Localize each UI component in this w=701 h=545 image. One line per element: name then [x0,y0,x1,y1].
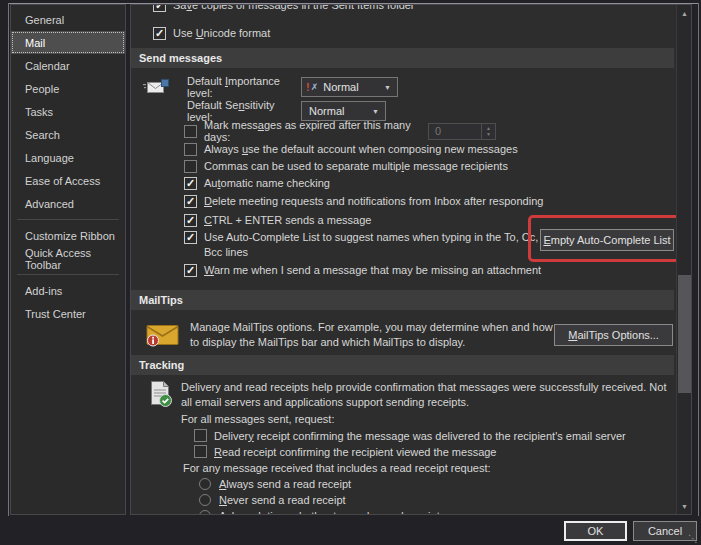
delivery-receipt-checkbox[interactable]: ✓ [194,429,207,442]
ask-each-time-radio[interactable] [199,510,211,516]
scrollbar[interactable]: ▲ ▼ [676,5,691,514]
checkbox-row-commas: ✓ Commas can be used to separate multipl… [184,158,673,174]
commas-checkbox[interactable]: ✓ [184,160,197,173]
sidebar-item-mail[interactable]: Mail [11,31,125,54]
sensitivity-dropdown[interactable]: Normal ▼ [301,101,386,121]
scrollbar-down-button[interactable]: ▼ [677,498,692,514]
sidebar-separator [17,274,119,275]
mailtips-envelope-icon [146,323,180,347]
dialog-frame-left [8,3,9,516]
chevron-down-icon: ▼ [382,84,393,91]
check-icon: ✓ [155,28,164,39]
check-icon: ✓ [186,232,195,243]
mailtips-description: Manage MailTips options. For example, yo… [190,320,554,350]
send-message-icon [143,79,169,95]
read-receipt-checkbox[interactable]: ✓ [194,445,207,458]
unicode-label: Use Unicode format [173,27,270,39]
commas-label: Commas can be used to separate multiple … [204,160,508,172]
sidebar-item-language[interactable]: Language [11,146,125,169]
save-copies-checkbox[interactable]: ✓ [153,4,166,12]
options-dialog: General Mail Calendar People Tasks Searc… [0,0,701,545]
mailtips-header: MailTips [131,290,674,310]
any-received-label-row: For any message received that includes a… [183,460,673,475]
sidebar-item-general[interactable]: General [11,8,125,31]
ok-button[interactable]: OK [564,521,627,541]
sidebar-item-search[interactable]: Search [11,123,125,146]
check-icon: ✓ [186,215,195,226]
send-messages-header: Send messages [131,48,674,68]
check-icon: ✓ [186,178,195,189]
importance-dropdown[interactable]: !✗ Normal ▼ [301,77,398,97]
sidebar-item-trust-center[interactable]: Trust Center [11,302,125,325]
checkbox-row-delete-meeting: ✓ Delete meeting requests and notificati… [184,193,673,209]
sidebar-item-quick-access-toolbar[interactable]: Quick Access Toolbar [11,247,125,270]
mailtips-options-button[interactable]: MailTips Options... [554,324,673,346]
default-account-checkbox[interactable]: ✓ [184,143,197,156]
checkbox-row-delivery-receipt: ✓ Delivery receipt confirming the messag… [194,428,673,443]
tracking-header: Tracking [131,355,674,375]
sidebar-item-advanced[interactable]: Advanced [11,192,125,215]
sidebar-item-add-ins[interactable]: Add-ins [11,279,125,302]
expired-days-spinner: 0 ▲ ▼ [428,123,496,140]
save-copies-label: Save copies of messages in the Sent Item… [173,4,415,11]
dialog-footer: OK Cancel ⋱ [0,517,701,545]
checkbox-row-save-copies: ✓ Save copies of messages in the Sent It… [153,4,673,14]
checkbox-row-unicode: ✓ Use Unicode format [153,24,673,42]
any-received-label: For any message received that includes a… [183,462,491,474]
sidebar-item-customize-ribbon[interactable]: Customize Ribbon [11,224,125,247]
mail-options-panel: ✓ Save copies of messages in the Sent It… [130,4,692,515]
importance-label: Default Importance level: [187,75,301,99]
high-importance-icon: ! [306,81,310,93]
warn-attachment-checkbox[interactable]: ✓ [184,264,197,277]
sidebar: General Mail Calendar People Tasks Searc… [10,4,126,515]
importance-icon: !✗ [306,81,318,93]
checkbox-row-ctrl-enter: ✓ CTRL + ENTER sends a message [184,212,673,228]
checkbox-row-read-receipt: ✓ Read receipt confirming the recipient … [194,444,673,459]
tracking-row: Delivery and read receipts help provide … [149,380,673,410]
mailtips-row: Manage MailTips options. For example, yo… [146,317,673,353]
unicode-checkbox[interactable]: ✓ [153,27,166,40]
default-account-label: Always use the default account when comp… [204,143,518,155]
checkbox-row-name-checking: ✓ Automatic name checking [184,175,673,191]
radio-row-always-send: Always send a read receipt [199,476,673,491]
all-sent-label: For all messages sent, request: [181,413,334,425]
chevron-down-icon: ▼ [370,108,381,115]
check-icon: ✓ [186,265,195,276]
scroll-up-icon: ▲ [681,10,688,17]
checkbox-row-expired: ✓ Mark messages as expired after this ma… [184,122,673,140]
sidebar-item-tasks[interactable]: Tasks [11,100,125,123]
spinner-value: 0 [429,125,481,137]
expired-label: Mark messages as expired after this many… [204,119,420,143]
low-importance-icon: ✗ [311,82,319,92]
ctrl-enter-label: CTRL + ENTER sends a message [204,214,371,226]
always-send-label: Always send a read receipt [219,478,351,490]
tracking-description: Delivery and read receipts help provide … [181,380,673,410]
radio-row-ask-each-time: Ask each time whether to send a read rec… [199,508,673,515]
name-checking-checkbox[interactable]: ✓ [184,177,197,190]
autocomplete-label: Use Auto-Complete List to suggest names … [204,230,576,260]
resize-grip[interactable]: ⋱ [688,533,698,544]
tracking-receipt-icon [149,380,173,408]
ctrl-enter-checkbox[interactable]: ✓ [184,214,197,227]
checkbox-row-warn-attachment: ✓ Warn me when I send a message that may… [184,262,673,278]
sensitivity-value: Normal [306,105,370,117]
sidebar-item-calendar[interactable]: Calendar [11,54,125,77]
empty-autocomplete-button[interactable]: Empty Auto-Complete List [540,229,674,251]
sidebar-item-people[interactable]: People [11,77,125,100]
all-sent-label-row: For all messages sent, request: [181,411,673,427]
spinner-down-icon: ▼ [486,131,491,137]
name-checking-label: Automatic name checking [204,177,330,189]
scrollbar-thumb[interactable] [678,275,691,393]
importance-value: Normal [320,81,382,93]
check-icon: ✓ [186,196,195,207]
scrollbar-up-button[interactable]: ▲ [677,5,692,21]
sidebar-item-ease-of-access[interactable]: Ease of Access [11,169,125,192]
delivery-receipt-label: Delivery receipt confirming the message … [214,430,626,442]
never-send-radio[interactable] [199,494,211,506]
expired-checkbox[interactable]: ✓ [184,125,197,138]
sidebar-separator [17,219,119,220]
radio-row-never-send: Never send a read receipt [199,492,673,507]
delete-meeting-checkbox[interactable]: ✓ [184,195,197,208]
autocomplete-checkbox[interactable]: ✓ [184,231,197,244]
always-send-radio[interactable] [199,478,211,490]
